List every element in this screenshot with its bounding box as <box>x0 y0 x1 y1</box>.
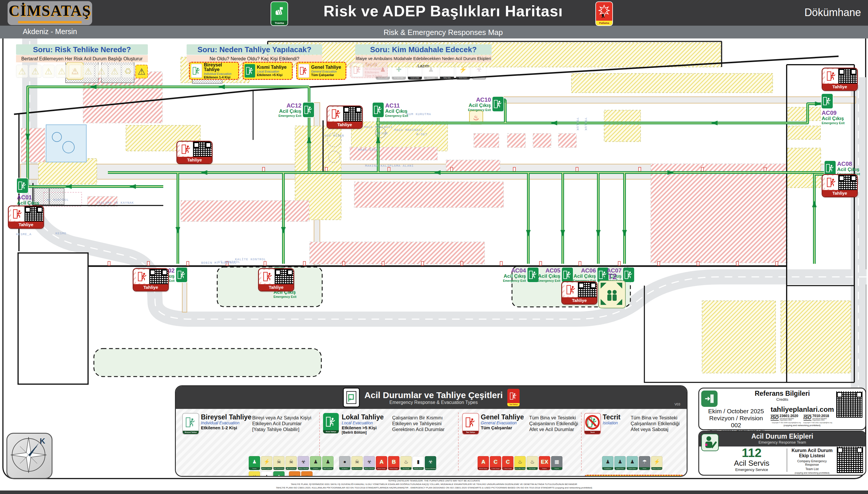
response-team-icons: ♟ Söndürme Ekibi ✚ İlk Yardım Ekibi ♟ Ku… <box>376 62 486 80</box>
exit-icon <box>245 64 255 77</box>
hazard-icon: ⚠ <box>16 65 28 78</box>
room-label: KALİTE KONTROL <box>235 258 266 261</box>
room-label: KESME_A <box>16 232 32 236</box>
team-icon: ♟ Söndürme Ekibi <box>376 62 390 80</box>
hazard-tile: ⚡Elektrik Çarpması <box>261 456 272 470</box>
fire-exit-glyph <box>562 282 578 297</box>
exit-runner-icon <box>303 102 314 117</box>
hazard-tile: ●Su Baskını <box>339 456 351 470</box>
poster-subtitle: Risk & Emergency Responses Map <box>293 28 593 37</box>
qr-code <box>578 282 597 297</box>
exit-runner-icon <box>492 97 504 111</box>
emergency-number-block: 112 Acil Servis Emergency Service <box>722 447 781 472</box>
isolation-desc: Tüm Bina ve Tesisteki Çalışanların Etkil… <box>631 415 683 432</box>
hazard-tile: ♨Gaz Kaçağı <box>400 456 412 470</box>
team-icon: ♟ Koruma Ekibi <box>423 62 438 80</box>
question-subtitle: İtfaiye ve Ambulans Müdahale Edebilecekk… <box>355 55 492 62</box>
individual-evac-desc: Bireyi veya Az Sayıda Kişiyi Etkileyen A… <box>252 415 314 432</box>
footer-line-1: TEFRİŞ ÜNİTELERİ TEMSİLİDİR. THE FURNITU… <box>0 479 868 482</box>
exit-code: AC09 <box>822 110 845 116</box>
tahliye-qr-marker: Tahliye <box>822 174 858 197</box>
qr-code <box>149 269 168 284</box>
hazard-tile: ■Forklift Kazası <box>289 471 300 477</box>
exit-runner-icon <box>825 161 836 175</box>
hazard-tile: ♟Şüpheli Paket <box>614 456 626 470</box>
tahliye-label: Tahliye <box>823 190 857 196</box>
room-label: KESME <box>55 232 67 235</box>
exit-code: AC06 <box>573 268 596 274</box>
exit-label-tr: Acil Çıkış <box>468 103 491 108</box>
hazard-icon: ⚠ <box>135 65 148 78</box>
hazard-icon: ⚠ <box>29 65 41 78</box>
exit-icon <box>298 64 309 78</box>
exit-label-en: Emergency Exit <box>537 279 560 283</box>
divider <box>787 449 787 472</box>
hazard-tile: AA Sınıfı Yangın <box>376 456 387 470</box>
emergency-exit: AC08 Acil Çıkış Emergency Exit <box>825 161 860 176</box>
emergency-exit: AC01 Acil Çıkış Emergency Exit <box>17 178 40 209</box>
question-box-risk: Soru: Risk Tehlike Nerede? Bertaraf Edil… <box>16 44 148 78</box>
team-icon: ☣ Kimyasal Müdahale <box>472 62 486 80</box>
evacuation-badge: Kısmi Tahliye Local Evacuation Etkilenen… <box>243 62 293 80</box>
hazard-tile: ♟Hafif Yaralanma <box>322 456 334 470</box>
exit-label-en: Emergency Exit <box>503 279 526 283</box>
hazard-icon: ♻ <box>122 65 134 78</box>
tahliye-label: Tahliye <box>327 121 362 128</box>
hazard-tile: ♨Gaz Kaçağı <box>527 456 538 470</box>
fire-exit-glyph <box>259 269 275 284</box>
isolation-titles: Tecrit Isolation <box>603 414 629 425</box>
tahliye-qr-marker: Tahliye <box>561 281 598 305</box>
hazard-tile: ♨Komşu Alan Yangını <box>514 456 526 470</box>
assembly-code: T2 <box>608 272 617 281</box>
hazard-icon: ⚠ <box>82 65 94 78</box>
legend-header: Acil Durumlar ve Tahliye Çeşitleri Emerg… <box>176 386 687 409</box>
exit-code: AC12 <box>279 102 301 109</box>
local-evac-desc: Çalışanların Bir Kısmını Etkileyen ve Ta… <box>392 415 452 432</box>
fire-exit-glyph <box>134 269 149 284</box>
iso-badge-7010: ISO 7010:2018International Standard Orga… <box>804 414 834 421</box>
reference-site-block: tahliyeplanlari.com ISO 23601:2020Intern… <box>771 405 833 427</box>
hazard-tile: ☣Kimyasal Teması <box>249 471 260 477</box>
legend-body: Bireysel Tahliye Bireysel Tahliye Indivi… <box>176 409 687 476</box>
compass-north-label: K <box>40 437 45 445</box>
individual-evac-icon: Bireysel Tahliye <box>182 413 199 435</box>
explosion-icon: Patlama <box>596 1 613 26</box>
svg-text:♨: ♨ <box>473 114 479 121</box>
room-label: KUM KURUTMA <box>407 113 431 116</box>
company-logo: CİMSATAŞ <box>7 1 92 25</box>
room-label: MAÇA STOK <box>358 148 378 152</box>
exit-runner-icon <box>17 178 28 193</box>
tahliye-qr-marker: Tahliye <box>133 268 169 291</box>
assembly-point: T2 <box>598 280 626 308</box>
exit-label-en: Emergency Exit <box>279 114 301 118</box>
qr-code <box>275 269 293 284</box>
legend-version: V03 <box>674 402 680 406</box>
question-title: Soru: Risk Tehlike Nerede? <box>16 44 148 55</box>
hazard-tile: ▮Dökülme Sızıntı <box>413 456 424 470</box>
individual-evac-titles: Bireysel Tahliye Individual Evacuation E… <box>201 414 252 431</box>
hazard-icon: ⚠ <box>42 65 55 78</box>
explosion-glyph <box>598 5 610 18</box>
hazard-tile: ☠Akut Zehirlenme <box>285 456 297 470</box>
exit-door-icon <box>701 391 718 407</box>
exit-label-en: Emergency Exit <box>385 114 408 118</box>
room-label: YOLLUK <box>584 117 587 131</box>
exit-runner-icon <box>562 268 573 282</box>
local-evac-icon: Kısmi Tahliye <box>323 413 339 433</box>
exit-icon <box>352 63 363 77</box>
local-evac-icons: ●Su Baskını☠Gıda Zehirlenmesi☣Bulaşıcı H… <box>339 456 436 470</box>
hazard-tile: ☠Gıda Zehirlenmesi <box>273 456 285 470</box>
full-evacuation-icon: Tüm Tahliye <box>507 389 520 406</box>
footer-line-2: TAHLİYE PLANI, İŞYERİMİZDE 6331 SAYILI İ… <box>0 483 868 486</box>
map-icon <box>343 387 360 407</box>
tahliye-label: Tahliye <box>259 284 293 290</box>
question-title: Soru: Kim Müdahale Edecek? <box>355 44 492 55</box>
hazard-tile: CC Sınıfı Yangın <box>490 456 501 470</box>
divider <box>581 412 582 471</box>
hazard-tile: ♟Kundaklama <box>602 456 614 470</box>
room-label: HT KONTROL <box>46 198 69 202</box>
team-subtitle: Emergency Response Team <box>699 440 865 444</box>
team-icon: ✚ İlk Yardım Ekibi <box>392 62 406 80</box>
exit-runner-icon <box>527 268 539 282</box>
team-icon: ♟ Tahliye Ekibi <box>440 62 454 80</box>
